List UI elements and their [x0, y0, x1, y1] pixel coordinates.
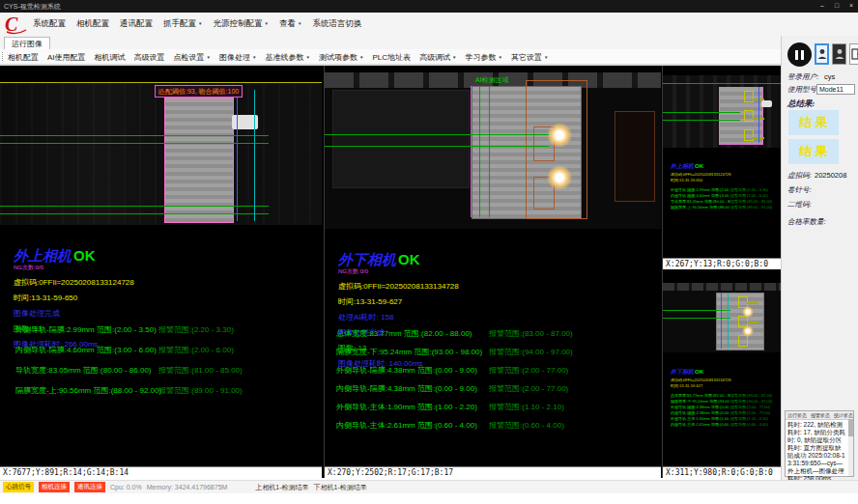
- camera-view-lower: AI检测区域 外下相机OK NG次数:0/0 虚拟码:0FFIi=2025020…: [324, 66, 661, 478]
- measure-row: 内侧导轨-隔膜:4.60mm 范围:(3.00 - 6.00)报警范围:(2.0…: [15, 345, 243, 355]
- tool-plc-address-table[interactable]: PLC地址表: [372, 52, 411, 63]
- result-ok: OK: [73, 247, 96, 264]
- thumbnail-lower-text: 外下相机OK 虚拟码:0FFIi=20250208133134728 时间:13…: [671, 360, 772, 428]
- tool-camera-debug[interactable]: 相机调试: [95, 52, 126, 63]
- tool-spot-check[interactable]: 点检设置: [174, 52, 211, 63]
- tool-ai-usage-config[interactable]: AI使用配置: [47, 52, 86, 63]
- menu-camera-config[interactable]: 相机配置: [76, 18, 109, 30]
- thumbnail-upper-text: 外上相机OK 虚拟码:0FFIi=20250208133124728 时间:13…: [671, 154, 772, 210]
- log-tab-alarm[interactable]: 报警状态: [811, 412, 830, 418]
- login-user-label: 登录用户:: [787, 72, 819, 82]
- app-window: CYS-视觉检测系统 – □ × C 系统配置 相机配置 通讯配置 抓手配置 光…: [0, 0, 858, 504]
- thumbnail-lower[interactable]: 外下相机OK 虚拟码:0FFIi=20250208133134728 时间:13…: [663, 269, 782, 478]
- tab-run-image[interactable]: 运行图像: [4, 37, 50, 50]
- edge-line: [237, 98, 238, 221]
- menu-view[interactable]: 查看: [279, 18, 301, 30]
- maximize-icon[interactable]: □: [830, 0, 844, 13]
- product-region: [164, 98, 234, 223]
- memory-usage: Memory: 3424.41796875M: [147, 484, 228, 490]
- menu-language-switch[interactable]: 系统语言切换: [312, 18, 361, 30]
- tool-image-processing[interactable]: 图像处理: [219, 52, 256, 63]
- status-log-tabs: 运行状态 报警状态 统计状态: [786, 411, 853, 420]
- menu-items: 系统配置 相机配置 通讯配置 抓手配置 光源控制配置 查看 系统语言切换: [33, 18, 361, 30]
- total-result-label: 总结果:: [787, 98, 815, 110]
- time-text: 时间:13-31-59-627: [338, 296, 459, 307]
- model-input[interactable]: Mode11: [816, 84, 855, 95]
- measure-line: [0, 143, 269, 144]
- measure-row: 导轨宽度:83.05mm 范围:(80.00 - 86.00)报警范围:(81.…: [15, 365, 243, 376]
- upper-camera-result-link[interactable]: 上相机1-检测结果: [255, 483, 308, 492]
- tab-row: 运行图像: [0, 36, 858, 50]
- minimize-icon[interactable]: –: [815, 0, 829, 13]
- pin-label: 卷针号:: [787, 185, 812, 195]
- camera-link-badge: 相机连接: [39, 482, 70, 492]
- ai-region-label: AI检测区域: [475, 75, 509, 85]
- match-threshold-label: 匹配阈值:93, 吻合阈值:100: [155, 85, 243, 98]
- toolbar: 相机配置 AI使用配置 相机调试 高级设置 点检设置 图像处理 基准线参数 测试…: [0, 49, 783, 65]
- tool-baseline-params[interactable]: 基准线参数: [266, 52, 310, 63]
- measure-line: [0, 206, 269, 207]
- upper-coords-bar: X:7677;Y:891;R:14;G:14;B:14: [0, 466, 322, 478]
- lower-camera-result-link[interactable]: 下相机1-检测结果: [314, 483, 367, 492]
- menu-comm-config[interactable]: 通讯配置: [120, 18, 153, 30]
- log-tab-run[interactable]: 运行状态: [787, 412, 807, 418]
- edge-line: [254, 90, 255, 221]
- cpu-usage: Cpu: 0.0%: [110, 484, 142, 490]
- menu-system-config[interactable]: 系统配置: [33, 18, 66, 30]
- status-bar: 心跳信号 相机连接 通讯连接 Cpu: 0.0% Memory: 3424.41…: [0, 480, 858, 493]
- log-tab-stats[interactable]: 统计状态: [834, 412, 853, 418]
- close-icon[interactable]: ×: [844, 0, 858, 13]
- thumbnail-upper[interactable]: 外上相机OK 虚拟码:0FFIi=20250208133124728 时间:13…: [663, 66, 782, 269]
- process-done-text: 图像处理完成: [14, 308, 134, 319]
- ng-note: NG次数:0/0: [14, 264, 134, 272]
- calibration-line: [0, 82, 322, 83]
- machine-block: [332, 90, 470, 188]
- tool-other-settings[interactable]: 其它设置: [511, 52, 548, 63]
- measure-line: [325, 146, 549, 147]
- camera-name: 外下相机: [338, 251, 396, 267]
- person-icon: [817, 48, 827, 60]
- time-text: 时间:13-31-59-650: [14, 293, 134, 303]
- menu-bar: C 系统配置 相机配置 通讯配置 抓手配置 光源控制配置 查看 系统语言切换: [0, 13, 858, 37]
- highlight-glow: [547, 165, 572, 190]
- vcode-value: 20250208: [815, 171, 846, 180]
- window-title: CYS-视觉检测系统: [0, 0, 858, 13]
- tool-test-item-params[interactable]: 测试项参数: [319, 52, 363, 63]
- ai-elapsed-text: 处理AI耗时: 158: [338, 312, 459, 322]
- main-area: 匹配阈值:93, 吻合阈值:100 外上相机OK NG次数:0/0 虚拟码:0F…: [0, 64, 783, 478]
- heartbeat-badge: 心跳信号: [3, 482, 34, 492]
- upper-camera-image: 匹配阈值:93, 吻合阈值:100: [0, 82, 322, 225]
- pause-button[interactable]: [787, 42, 812, 67]
- ng-note: NG次数:0/0: [338, 267, 459, 276]
- tool-camera-config[interactable]: 相机配置: [8, 52, 39, 63]
- tool-advanced-debug[interactable]: 高级调试: [419, 52, 456, 63]
- toolbar-items: 相机配置 AI使用配置 相机调试 高级设置 点检设置 图像处理 基准线参数 测试…: [8, 52, 548, 63]
- vcode-label: 虚拟码:: [787, 171, 812, 181]
- barcode-text: 虚拟码:0FFIi=20250208133124728: [14, 277, 134, 288]
- barcode-text: 虚拟码:0FFIi=20250208133134728: [338, 281, 459, 292]
- model-label: 使用型号:: [787, 85, 819, 95]
- tool-learning-params[interactable]: 学习参数: [465, 52, 501, 63]
- menu-light-control-config[interactable]: 光源控制配置: [213, 18, 268, 30]
- menu-gripper-config[interactable]: 抓手配置: [163, 18, 202, 30]
- lower-coords-bar: X:270;Y:2502;R:17;G:17;B:17: [325, 466, 661, 478]
- tool-advanced-settings[interactable]: 高级设置: [134, 52, 165, 63]
- user-camera-button[interactable]: [815, 43, 829, 65]
- measure-line: [0, 213, 269, 214]
- toolbar-grip[interactable]: [2, 52, 6, 61]
- exit-button[interactable]: [849, 43, 858, 65]
- title-bar: CYS-视觉检测系统 – □ ×: [0, 0, 858, 13]
- result-ok: OK: [398, 251, 420, 267]
- camera-switch-button[interactable]: [832, 43, 846, 65]
- login-user-value: cys: [824, 72, 835, 81]
- measure-line: [0, 135, 269, 136]
- measure-row: 总体宽度:83.77mm 范围:(82.00 - 88.00)报警范围:(83.…: [336, 328, 573, 339]
- log-scrollbar[interactable]: [848, 419, 853, 476]
- yield-label: 合格率数量:: [787, 217, 826, 227]
- control-sidebar: 登录用户: cys 使用型号: Mode11 总结果: 结 果 结 果 虚拟码:…: [781, 36, 858, 480]
- upper-measurements: 外侧导轨-隔膜:2.99mm 范围:(2.00 - 3.50)报警范围:(2.2…: [15, 324, 243, 396]
- measure-row: 外侧导轨-主体:1.90mm 范围:(1.00 - 2.20)报警范围:(1.1…: [336, 402, 573, 412]
- person-icon: [835, 48, 844, 60]
- thumbnail-lower-image: [663, 283, 782, 352]
- status-log-text: 耗时: 222, 缺陷检测耗时: 17, 缺陷分类耗时: 0, 缺陷提取分区耗时…: [786, 420, 853, 484]
